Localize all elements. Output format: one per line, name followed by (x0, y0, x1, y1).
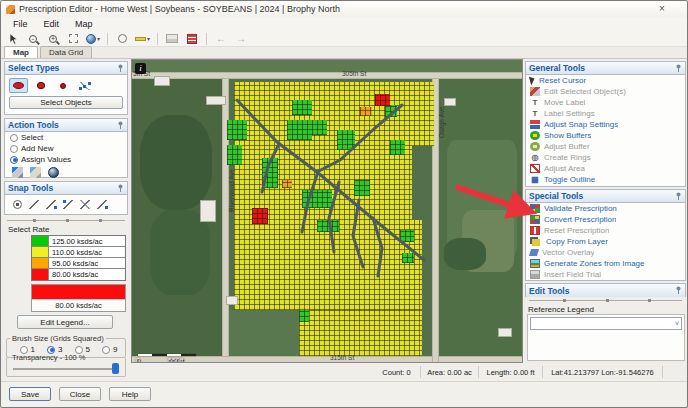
action-option-assign-values[interactable]: Assign Values (5, 154, 127, 165)
rate-row-1[interactable]: 110.00 ksds/ac (32, 247, 125, 258)
pin-icon[interactable] (675, 192, 682, 201)
globe-icon[interactable] (48, 167, 59, 178)
tool-item-copy-from-layer[interactable]: Copy From Layer (526, 236, 685, 247)
tab-data-grid[interactable]: Data Grid (40, 46, 92, 58)
slider-track[interactable] (13, 368, 119, 370)
tool-item-vector-overlay[interactable]: Vector Overlay (526, 247, 685, 258)
panel-splitter[interactable] (529, 300, 682, 304)
tool-item-reset-cursor[interactable]: Reset Cursor (526, 75, 685, 86)
action-option-add-new[interactable]: Add New (5, 143, 127, 154)
help-button[interactable]: Help (109, 387, 151, 401)
map-canvas[interactable]: 5th St 305th St 315th St Riverwood Ave O… (131, 59, 523, 363)
prescription-grid-icon[interactable] (185, 32, 199, 46)
close-button-footer[interactable]: Close (59, 387, 101, 401)
circle-tool-icon[interactable] (115, 32, 129, 46)
slider-thumb[interactable] (112, 363, 119, 374)
waterway (329, 182, 339, 252)
ellipse-large-tool[interactable] (9, 78, 28, 93)
zoom-in-icon[interactable]: + (46, 32, 60, 46)
radio-icon (10, 145, 18, 153)
panel-splitter[interactable] (7, 220, 125, 224)
tool-item-adjust-area[interactable]: Adjust Area (526, 163, 685, 174)
tool-item-insert-field-trial[interactable]: Insert Field Trial (526, 269, 685, 280)
radio-icon (10, 156, 18, 164)
menu-edit[interactable]: Edit (36, 18, 68, 30)
snap-startpoint-icon[interactable] (61, 198, 76, 211)
reference-legend-combobox[interactable]: ˅ (530, 317, 682, 330)
close-button[interactable]: × (655, 4, 669, 15)
ellipse-small-icon (37, 82, 45, 89)
tool-item-adjust-buffer[interactable]: Adjust Buffer (526, 141, 685, 152)
adjust-area-icon (530, 164, 540, 173)
point-tool[interactable] (53, 78, 72, 93)
zoom-out-icon[interactable]: - (26, 32, 40, 46)
waterways-layer (132, 60, 523, 363)
snap-icons (5, 195, 127, 211)
pointer-tool-icon[interactable] (6, 32, 20, 46)
view-tabs: Map Data Grid (1, 47, 687, 59)
rate-row-2[interactable]: 95.00 ksds/ac (32, 258, 125, 269)
snap-center-icon[interactable] (10, 198, 25, 211)
tool-item-adjust-snap-settings[interactable]: Adjust Snap Settings (526, 119, 685, 130)
tool-item-label-settings[interactable]: TLabel Settings (526, 108, 685, 119)
tool-item-edit-selected-object-s[interactable]: Edit Selected Object(s) (526, 86, 685, 97)
window-title: Prescription Editor - Home West | Soybea… (19, 4, 340, 14)
tool-item-label: Toggle Outline (544, 175, 595, 184)
select-objects-button[interactable]: Select Objects (9, 96, 123, 109)
ellipse-small-tool[interactable] (31, 78, 50, 93)
save-button[interactable]: Save (9, 387, 51, 401)
tool-item-validate-prescription[interactable]: Validate Prescription (526, 203, 685, 214)
menu-file[interactable]: File (5, 18, 36, 30)
action-icons (5, 165, 127, 178)
pin-icon[interactable] (675, 64, 682, 73)
pin-icon[interactable] (117, 64, 124, 73)
vertex-tool[interactable] (75, 78, 94, 93)
pin-icon[interactable] (117, 184, 124, 193)
general-tools-list: Reset CursorEdit Selected Object(s)TMove… (526, 75, 685, 185)
action-option-select[interactable]: Select (5, 132, 127, 143)
edit-pencil-icon (530, 87, 540, 96)
pin-icon[interactable] (117, 121, 124, 130)
special-tools-header: Special Tools (526, 190, 685, 203)
snap-intersection-icon[interactable] (78, 198, 93, 211)
tab-map[interactable]: Map (4, 46, 38, 58)
redo-icon[interactable]: → (234, 32, 248, 46)
tool-item-create-rings[interactable]: ◎Create Rings (526, 152, 685, 163)
pin-icon[interactable] (675, 286, 682, 295)
image-layer-icon[interactable] (165, 32, 179, 46)
layers-icon (532, 239, 540, 246)
rate-color-swatch (32, 269, 49, 280)
grid-reset-icon (530, 226, 540, 235)
paint-single-icon[interactable] (12, 167, 23, 178)
snap-line-icon[interactable] (27, 198, 42, 211)
tool-item-convert-prescription[interactable]: Convert Prescription (526, 214, 685, 225)
tool-item-reset-prescription[interactable]: Reset Prescription (526, 225, 685, 236)
farm-building (206, 96, 226, 105)
tool-item-label: Adjust Buffer (544, 142, 590, 151)
tool-item-label: Label Settings (544, 109, 595, 118)
transparency-slider[interactable] (10, 363, 122, 374)
info-button[interactable]: i (135, 63, 146, 74)
zones-image-icon (530, 259, 540, 268)
tool-item-show-buffers[interactable]: Show Buffers (526, 130, 685, 141)
paint-all-icon[interactable] (30, 167, 41, 178)
tool-item-label: Move Label (544, 98, 585, 107)
chevron-down-icon[interactable]: ˅ (675, 320, 679, 327)
tool-item-generate-zones-from-image[interactable]: Generate Zones from Image (526, 258, 685, 269)
line-style-icon[interactable]: ▾ (135, 32, 150, 46)
select-types-title: Select Types (8, 63, 59, 73)
zoom-extent-icon[interactable] (66, 32, 80, 46)
tool-item-label: Edit Selected Object(s) (544, 87, 626, 96)
snap-endpoint-icon[interactable] (44, 198, 59, 211)
rate-row-0[interactable]: 125.00 ksds/ac (32, 236, 125, 247)
undo-icon[interactable]: ← (214, 32, 228, 46)
rate-row-3[interactable]: 80.00 ksds/ac (32, 269, 125, 280)
edit-tools-panel: Edit Tools (525, 283, 686, 297)
snap-vertex-icon[interactable] (95, 198, 110, 211)
basemap-globe-icon[interactable]: ▾ (86, 32, 100, 46)
radio-icon (10, 134, 18, 142)
tool-item-move-label[interactable]: TMove Label (526, 97, 685, 108)
edit-legend-button[interactable]: Edit Legend... (17, 315, 113, 329)
tool-item-toggle-outline[interactable]: ▦Toggle Outline (526, 174, 685, 185)
menu-map[interactable]: Map (67, 18, 101, 30)
